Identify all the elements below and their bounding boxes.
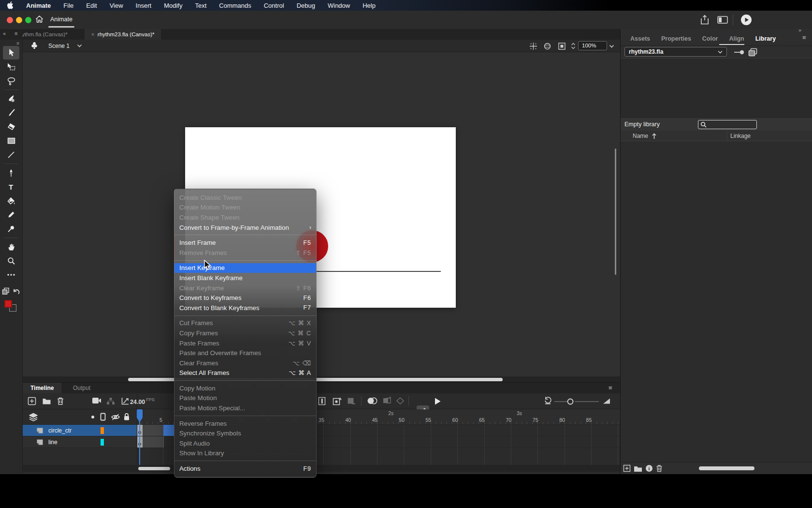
scene-name-label[interactable]: Scene 1 bbox=[48, 43, 70, 49]
new-symbol-icon[interactable] bbox=[623, 464, 631, 472]
menubar-item-window[interactable]: Window bbox=[328, 2, 350, 9]
column-name[interactable]: Name bbox=[633, 133, 648, 139]
timeline-tab-output[interactable]: Output bbox=[65, 383, 98, 393]
library-panel-menu-icon[interactable]: ≡ bbox=[802, 34, 806, 41]
timeline-tab-timeline[interactable]: Timeline bbox=[23, 383, 61, 393]
close-tab-icon[interactable]: × bbox=[91, 32, 94, 37]
canvas-pasteboard[interactable] bbox=[23, 52, 620, 382]
delete-layer-icon[interactable] bbox=[57, 397, 64, 405]
distribute-to-layers-icon[interactable] bbox=[106, 397, 115, 405]
zoom-stepper[interactable] bbox=[571, 42, 576, 50]
rectangle-tool[interactable] bbox=[3, 134, 19, 148]
layer-row-circle_ctr[interactable]: circle_ctr bbox=[23, 425, 137, 436]
hand-tool[interactable] bbox=[3, 240, 19, 254]
share-icon[interactable] bbox=[700, 15, 710, 25]
line-tool[interactable] bbox=[3, 148, 19, 162]
menu-item-convert-to-blank-keyframes[interactable]: Convert to Blank KeyframesF7 bbox=[174, 303, 316, 313]
fill-color-chip[interactable] bbox=[4, 300, 12, 308]
outline-view-icon[interactable] bbox=[100, 413, 106, 421]
pen-tool[interactable] bbox=[3, 166, 19, 179]
sort-ascending-icon[interactable] bbox=[652, 133, 657, 139]
panel-tab-assets[interactable]: Assets bbox=[630, 35, 650, 42]
menubar-item-text[interactable]: Text bbox=[195, 2, 206, 9]
onion-skin-icon[interactable] bbox=[367, 397, 377, 405]
menubar-item-commands[interactable]: Commands bbox=[219, 2, 251, 9]
camera-icon[interactable] bbox=[92, 397, 102, 404]
edit-multiple-frames-icon[interactable] bbox=[396, 397, 405, 405]
tools-panel-drag-handle[interactable]: ≡ bbox=[16, 41, 19, 45]
eraser-tool[interactable] bbox=[3, 120, 19, 134]
fluid-brush-tool[interactable] bbox=[3, 92, 19, 105]
test-movie-play-button[interactable] bbox=[740, 14, 752, 26]
new-folder-icon[interactable] bbox=[634, 465, 642, 472]
scene-chevron-down-icon[interactable] bbox=[77, 43, 82, 48]
panel-tab-color[interactable]: Color bbox=[702, 35, 718, 42]
auto-keyframe-icon[interactable]: A bbox=[333, 397, 342, 406]
new-library-panel-icon[interactable] bbox=[748, 48, 757, 57]
library-item-list[interactable] bbox=[621, 141, 812, 462]
zoom-chevron-down-icon[interactable] bbox=[609, 44, 614, 49]
frame-span[interactable] bbox=[143, 436, 164, 448]
timeline-hscrollbar-thumb[interactable] bbox=[138, 467, 170, 470]
zoom-tool[interactable] bbox=[3, 254, 19, 268]
new-folder-icon[interactable] bbox=[42, 397, 51, 405]
workspace-tab-animate[interactable]: Animate bbox=[50, 16, 72, 23]
collapse-panel-icon[interactable]: « bbox=[3, 30, 6, 36]
close-window-button[interactable] bbox=[7, 17, 13, 23]
frame-graph-icon[interactable] bbox=[121, 397, 130, 405]
minimize-window-button[interactable] bbox=[16, 17, 22, 23]
delete-item-icon[interactable] bbox=[656, 464, 663, 472]
library-hscrollbar-thumb[interactable] bbox=[699, 466, 754, 470]
layer-outline-color-swatch[interactable] bbox=[101, 427, 104, 434]
layers-stack-icon[interactable] bbox=[29, 413, 38, 421]
rotate-canvas-icon[interactable] bbox=[543, 42, 551, 50]
clip-content-icon[interactable] bbox=[558, 42, 566, 50]
expand-dock-icon[interactable]: » bbox=[798, 27, 801, 33]
menubar-item-animate[interactable]: Animate bbox=[26, 2, 51, 9]
insert-frame-icon[interactable] bbox=[318, 397, 326, 405]
show-grid-icon[interactable] bbox=[529, 42, 537, 50]
menubar-item-modify[interactable]: Modify bbox=[164, 2, 182, 9]
timeline-zoom-slider-handle[interactable] bbox=[567, 398, 574, 405]
classic-brush-tool[interactable] bbox=[3, 106, 19, 120]
symbol-clover-icon[interactable] bbox=[29, 41, 39, 51]
swap-symbol-icon[interactable] bbox=[2, 287, 10, 295]
selected-frames[interactable] bbox=[163, 425, 174, 436]
text-tool[interactable]: T bbox=[3, 180, 19, 194]
layer-outline-color-swatch[interactable] bbox=[101, 439, 104, 446]
pin-library-icon[interactable] bbox=[734, 49, 745, 55]
lock-layers-icon[interactable] bbox=[123, 413, 130, 421]
home-icon[interactable] bbox=[35, 15, 44, 24]
more-tools[interactable] bbox=[3, 268, 19, 282]
menubar-item-control[interactable]: Control bbox=[264, 2, 284, 9]
menu-item-select-all-frames[interactable]: Select All Frames⌥ ⌘ A bbox=[174, 368, 316, 378]
menu-item-actions[interactable]: ActionsF9 bbox=[174, 463, 316, 474]
workspace-layout-icon[interactable] bbox=[717, 16, 728, 24]
new-layer-icon[interactable] bbox=[28, 397, 36, 405]
timeline-zoom-slider-track2[interactable] bbox=[575, 401, 599, 402]
menubar-item-view[interactable]: View bbox=[110, 2, 123, 9]
library-search-input[interactable] bbox=[698, 120, 757, 129]
panel-tab-properties[interactable]: Properties bbox=[661, 35, 691, 42]
menu-item-convert-to-keyframes[interactable]: Convert to KeyframesF6 bbox=[174, 293, 316, 303]
selection-tool[interactable] bbox=[3, 46, 19, 60]
item-properties-icon[interactable]: i bbox=[645, 464, 653, 472]
menubar-item-edit[interactable]: Edit bbox=[86, 2, 97, 9]
timeline-split-divider[interactable] bbox=[137, 393, 137, 470]
menubar-item-debug[interactable]: Debug bbox=[297, 2, 315, 9]
pin-tool[interactable] bbox=[3, 222, 19, 236]
center-playhead-icon[interactable] bbox=[544, 397, 552, 405]
zoom-level-field[interactable]: 100% bbox=[578, 41, 607, 50]
panel-tab-library[interactable]: Library bbox=[755, 35, 776, 42]
menubar-item-file[interactable]: File bbox=[63, 2, 73, 9]
onion-skin-outline-icon[interactable] bbox=[382, 397, 392, 405]
column-linkage[interactable]: Linkage bbox=[730, 133, 751, 139]
subselection-tool[interactable] bbox=[3, 60, 19, 74]
timeline-zoom-max-icon[interactable] bbox=[603, 398, 610, 404]
undo-arrow-icon[interactable] bbox=[13, 287, 20, 295]
panel-menu-icon[interactable]: ≡ bbox=[14, 30, 17, 36]
remove-frame-icon[interactable] bbox=[347, 397, 356, 405]
menu-item-insert-keyframe[interactable]: Insert Keyframe bbox=[174, 263, 316, 273]
play-button[interactable] bbox=[434, 397, 441, 405]
lasso-tool[interactable] bbox=[3, 74, 19, 88]
